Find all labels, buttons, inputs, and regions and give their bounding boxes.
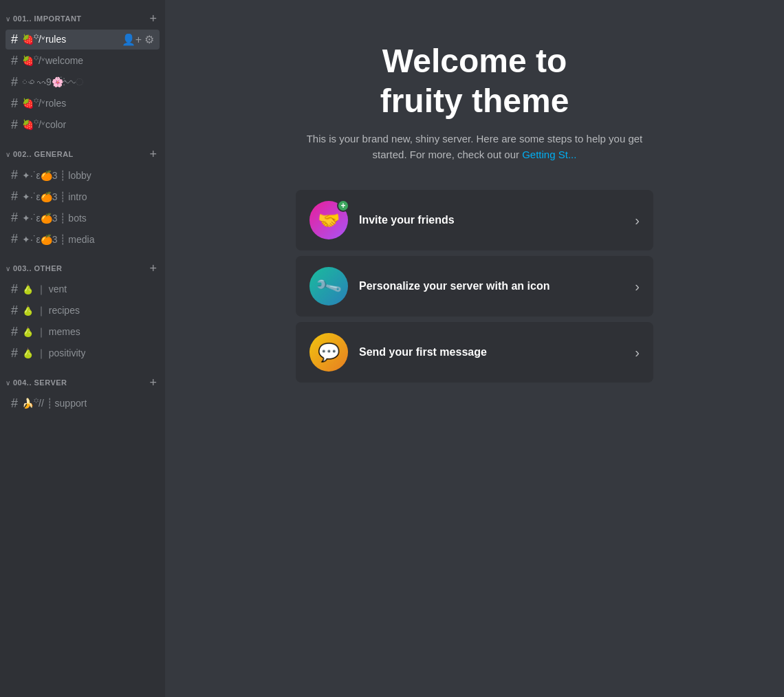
action-card-invite[interactable]: 🤝+Invite your friends› <box>296 190 653 250</box>
category-header-left: ∨ 002.. GENERAL <box>6 150 74 158</box>
category-label: 004.. SERVER <box>13 378 67 387</box>
channel-item-color[interactable]: #🍓꙳/ᵛcolor <box>6 115 160 135</box>
send_message-label: Send your first message <box>359 346 487 358</box>
channel-name: 🍐 ｜ positivity <box>22 347 85 360</box>
channel-name: ✦·˙ε🍊3 ┊ bots <box>22 213 87 224</box>
chevron-icon: ∨ <box>6 265 10 272</box>
channel-name: ✦·˙ε🍊3 ┊ lobby <box>22 170 91 181</box>
hash-icon: # <box>11 75 18 89</box>
category-header-important[interactable]: ∨ 001.. IMPORTANT + <box>0 0 165 29</box>
channel-name: 🍐 ｜ vent <box>22 283 67 296</box>
channel-name: 🍓꙳/ᵛrules <box>22 34 66 45</box>
add-badge: + <box>337 200 349 212</box>
invite-label: Invite your friends <box>359 214 455 226</box>
action-cards: 🤝+Invite your friends›🔧Personalize your … <box>296 190 653 383</box>
personalize-icon: 🔧 <box>309 267 348 305</box>
channel-item-lobby[interactable]: #✦·˙ε🍊3 ┊ lobby <box>6 165 160 185</box>
chevron-right-icon: › <box>635 279 640 294</box>
channel-item-welcome[interactable]: #🍓꙳/ᵛwelcome <box>6 51 160 71</box>
chevron-icon: ∨ <box>6 379 10 387</box>
hash-icon: # <box>11 211 18 225</box>
personalize-label: Personalize your server with an icon <box>359 280 549 292</box>
main-content: Welcome to fruity theme This is your bra… <box>165 0 784 697</box>
hash-icon: # <box>11 346 18 361</box>
hash-icon: # <box>11 232 18 246</box>
channel-name: 🍌꙳// ┊ support <box>22 398 87 409</box>
chevron-right-icon: › <box>635 345 640 361</box>
welcome-title: Welcome to fruity theme <box>303 41 646 120</box>
add-channel-icon[interactable]: + <box>146 375 160 390</box>
channel-name: 🍓꙳/ᵛwelcome <box>22 55 83 67</box>
hash-icon: # <box>11 396 18 411</box>
channel-item-bots[interactable]: #✦·˙ε🍊3 ┊ bots <box>6 208 160 228</box>
category-label: 003.. OTHER <box>13 264 63 272</box>
category-header-left: ∨ 004.. SERVER <box>6 378 67 387</box>
channel-item-roles[interactable]: #🍓꙳/ᵛroles <box>6 94 160 114</box>
hash-icon: # <box>11 325 18 339</box>
add-channel-icon[interactable]: + <box>146 147 160 162</box>
channel-name: 🍓꙳/ᵛcolor <box>22 119 66 131</box>
category-header-left: ∨ 003.. OTHER <box>6 264 63 272</box>
hash-icon: # <box>11 118 18 132</box>
add-channel-icon[interactable]: + <box>146 261 160 276</box>
action-card-personalize[interactable]: 🔧Personalize your server with an icon› <box>296 256 653 317</box>
category-label: 001.. IMPORTANT <box>13 14 82 23</box>
welcome-description: This is your brand new, shiny server. He… <box>303 131 646 162</box>
send_message-icon: 💬 <box>309 333 348 372</box>
channel-item-memes[interactable]: #🍐 ｜ memes <box>6 322 160 342</box>
welcome-title-line2: fruity theme <box>380 83 569 119</box>
category-header-other[interactable]: ∨ 003.. OTHER + <box>0 250 165 279</box>
channel-item-intro[interactable]: #✦·˙ε🍊3 ┊ intro <box>6 186 160 206</box>
channel-item-support[interactable]: #🍌꙳// ┊ support <box>6 394 160 414</box>
hash-icon: # <box>11 54 18 68</box>
channel-item-rules[interactable]: #🍓꙳/ᵛrules 👤+ ⚙ <box>6 30 160 50</box>
channel-item-recipes[interactable]: #🍐 ｜ recipes <box>6 301 160 321</box>
hash-icon: # <box>11 96 18 111</box>
hash-icon: # <box>11 32 18 47</box>
add-channel-icon[interactable]: + <box>146 11 160 26</box>
welcome-title-line1: Welcome to <box>382 43 567 79</box>
channel-name: ✦·˙ε🍊3 ┊ intro <box>22 191 87 202</box>
chevron-icon: ∨ <box>6 151 10 158</box>
channel-item-media[interactable]: #✦·˙ε🍊3 ┊ media <box>6 229 160 249</box>
channel-name: 🍓꙳/ᵛroles <box>22 98 66 109</box>
settings-icon[interactable]: ⚙ <box>144 33 154 46</box>
hash-icon: # <box>11 282 18 297</box>
category-label: 002.. GENERAL <box>13 150 74 158</box>
chevron-right-icon: › <box>635 213 640 228</box>
invite-icon: 🤝+ <box>309 201 348 239</box>
category-header-left: ∨ 001.. IMPORTANT <box>6 14 82 23</box>
channel-action-icons: 👤+ ⚙ <box>122 33 154 46</box>
hash-icon: # <box>11 303 18 318</box>
getting-started-link[interactable]: Getting St... <box>522 149 576 160</box>
sidebar: ∨ 001.. IMPORTANT + #🍓꙳/ᵛrules 👤+ ⚙ #🍓꙳/… <box>0 0 165 697</box>
chevron-icon: ∨ <box>6 15 10 23</box>
hash-icon: # <box>11 168 18 182</box>
category-header-general[interactable]: ∨ 002.. GENERAL + <box>0 136 165 164</box>
welcome-section: Welcome to fruity theme This is your bra… <box>303 41 646 162</box>
channel-name: 🍐 ｜ memes <box>22 326 80 339</box>
channel-name: ◌꩜∿∿9🌸꙰∿∿◌ <box>22 76 83 88</box>
hash-icon: # <box>11 189 18 204</box>
channel-item-positivity[interactable]: #🍐 ｜ positivity <box>6 343 160 363</box>
add-member-icon[interactable]: 👤+ <box>122 33 142 46</box>
action-card-send_message[interactable]: 💬Send your first message› <box>296 322 653 383</box>
channel-item-vent[interactable]: #🍐 ｜ vent <box>6 279 160 299</box>
channel-item-decorative[interactable]: #◌꩜∿∿9🌸꙰∿∿◌ <box>6 72 160 92</box>
channel-name: 🍐 ｜ recipes <box>22 305 80 317</box>
channel-name: ✦·˙ε🍊3 ┊ media <box>22 234 95 245</box>
category-header-server[interactable]: ∨ 004.. SERVER + <box>0 364 165 393</box>
